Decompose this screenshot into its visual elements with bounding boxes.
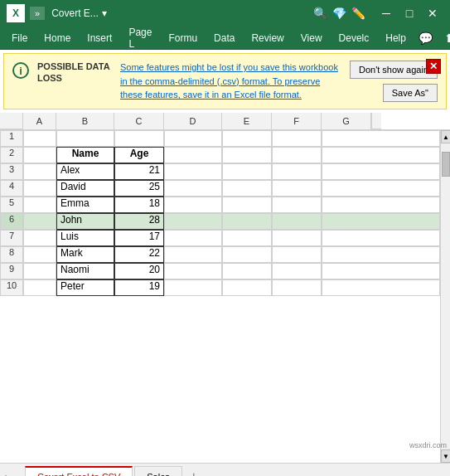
- tab-sales[interactable]: Sales: [134, 466, 182, 476]
- cell-b1[interactable]: [56, 130, 114, 147]
- cell-d7[interactable]: [164, 230, 222, 246]
- tab-nav-last[interactable]: ▶|: [41, 473, 52, 476]
- vertical-scrollbar[interactable]: ▲ ▼: [440, 130, 450, 463]
- cell-e3[interactable]: [222, 163, 272, 180]
- cell-d5[interactable]: [164, 197, 222, 213]
- cell-f4[interactable]: [272, 180, 322, 197]
- cell-c9[interactable]: 20: [114, 263, 164, 279]
- scroll-thumb[interactable]: [442, 152, 450, 177]
- menu-developer[interactable]: Develc: [331, 27, 378, 49]
- cell-f10[interactable]: [272, 279, 322, 296]
- cell-c7[interactable]: 17: [114, 230, 164, 246]
- col-header-e[interactable]: E: [222, 113, 272, 129]
- cell-a10[interactable]: [23, 279, 56, 296]
- menu-home[interactable]: Home: [36, 27, 79, 49]
- cell-c6[interactable]: 28: [114, 213, 164, 230]
- scroll-down-button[interactable]: ▼: [441, 449, 450, 463]
- cell-a6[interactable]: [23, 213, 56, 230]
- cell-d6[interactable]: [164, 213, 222, 230]
- cell-e1[interactable]: [222, 130, 272, 147]
- minimize-button[interactable]: ─: [375, 4, 397, 22]
- cell-f3[interactable]: [272, 163, 322, 180]
- share-icon[interactable]: ⬆: [440, 30, 450, 46]
- cell-g6[interactable]: [322, 213, 440, 230]
- cell-e2[interactable]: [222, 147, 272, 163]
- cell-a1[interactable]: [23, 130, 56, 147]
- cell-f1[interactable]: [272, 130, 322, 147]
- col-header-f[interactable]: F: [272, 113, 322, 129]
- scroll-up-button[interactable]: ▲: [441, 130, 450, 143]
- dont-show-again-button[interactable]: Don't show again: [350, 61, 438, 79]
- cell-b7[interactable]: Luis: [56, 230, 114, 246]
- menu-page-layout[interactable]: Page L: [120, 27, 160, 49]
- cell-e4[interactable]: [222, 180, 272, 197]
- cell-g5[interactable]: [322, 197, 440, 213]
- add-tab-button[interactable]: +: [184, 466, 204, 476]
- search-title-icon[interactable]: 🔍: [313, 7, 327, 20]
- scroll-track[interactable]: [441, 143, 450, 449]
- close-button[interactable]: ✕: [422, 4, 443, 22]
- cell-g10[interactable]: [322, 279, 440, 296]
- col-header-g[interactable]: G: [322, 113, 371, 129]
- cell-c10[interactable]: 19: [114, 279, 164, 296]
- cell-c8[interactable]: 22: [114, 246, 164, 263]
- diamond-icon[interactable]: 💎: [332, 7, 346, 20]
- tab-nav-next[interactable]: ▶: [28, 473, 40, 476]
- cell-g8[interactable]: [322, 246, 440, 263]
- cell-c1[interactable]: [114, 130, 164, 147]
- menu-file[interactable]: File: [3, 27, 36, 49]
- maximize-button[interactable]: □: [399, 4, 420, 22]
- cell-d8[interactable]: [164, 246, 222, 263]
- cell-d1[interactable]: [164, 130, 222, 147]
- cell-g9[interactable]: [322, 263, 440, 279]
- cell-a8[interactable]: [23, 246, 56, 263]
- cell-g3[interactable]: [322, 163, 440, 180]
- cell-d3[interactable]: [164, 163, 222, 180]
- title-dropdown-icon[interactable]: ▾: [102, 7, 107, 19]
- menu-view[interactable]: View: [293, 27, 331, 49]
- cell-c4[interactable]: 25: [114, 180, 164, 197]
- cell-c5[interactable]: 18: [114, 197, 164, 213]
- comment-icon[interactable]: 💬: [414, 30, 437, 46]
- cell-a2[interactable]: [23, 147, 56, 163]
- cell-f8[interactable]: [272, 246, 322, 263]
- cell-e7[interactable]: [222, 230, 272, 246]
- col-header-b[interactable]: B: [56, 113, 114, 129]
- cell-c3[interactable]: 21: [114, 163, 164, 180]
- cell-d2[interactable]: [164, 147, 222, 163]
- cell-f9[interactable]: [272, 263, 322, 279]
- col-header-c[interactable]: C: [114, 113, 164, 129]
- cell-g7[interactable]: [322, 230, 440, 246]
- expand-button[interactable]: »: [30, 7, 45, 20]
- warning-close-button[interactable]: ✕: [426, 59, 441, 74]
- cell-a5[interactable]: [23, 197, 56, 213]
- cell-b6[interactable]: John: [56, 213, 114, 230]
- col-header-a[interactable]: A: [23, 113, 56, 129]
- save-as-button[interactable]: Save As": [383, 84, 438, 102]
- cell-a9[interactable]: [23, 263, 56, 279]
- col-header-d[interactable]: D: [164, 113, 222, 129]
- cell-g2[interactable]: [322, 147, 440, 163]
- cell-b9[interactable]: Naomi: [56, 263, 114, 279]
- menu-review[interactable]: Review: [243, 27, 292, 49]
- menu-data[interactable]: Data: [206, 27, 243, 49]
- menu-insert[interactable]: Insert: [79, 27, 120, 49]
- cell-c2-age-header[interactable]: Age: [114, 147, 164, 163]
- cell-f6[interactable]: [272, 213, 322, 230]
- cell-f2[interactable]: [272, 147, 322, 163]
- cell-b5[interactable]: Emma: [56, 197, 114, 213]
- cell-a7[interactable]: [23, 230, 56, 246]
- cell-a3[interactable]: [23, 163, 56, 180]
- cell-e8[interactable]: [222, 246, 272, 263]
- cell-g4[interactable]: [322, 180, 440, 197]
- cell-b2-name-header[interactable]: Name: [56, 147, 114, 163]
- tab-nav-first[interactable]: |◀: [3, 473, 15, 476]
- cell-b3[interactable]: Alex: [56, 163, 114, 180]
- edit-icon[interactable]: ✏️: [351, 7, 365, 20]
- cell-f7[interactable]: [272, 230, 322, 246]
- cell-e9[interactable]: [222, 263, 272, 279]
- cell-g1[interactable]: [322, 130, 440, 147]
- cell-f5[interactable]: [272, 197, 322, 213]
- cell-e6[interactable]: [222, 213, 272, 230]
- cell-e10[interactable]: [222, 279, 272, 296]
